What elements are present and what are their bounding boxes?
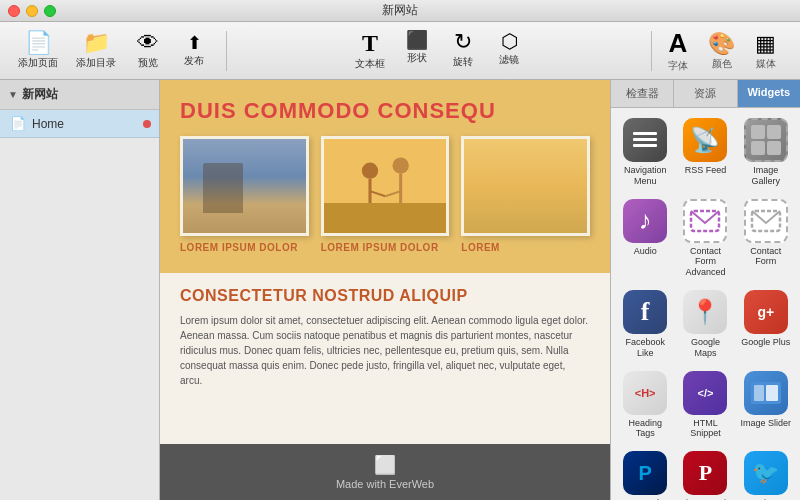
- image-slider-icon: [744, 371, 788, 415]
- tab-inspector[interactable]: 检查器: [611, 80, 674, 107]
- shapes-button[interactable]: ⬛ 形状: [395, 27, 439, 75]
- widget-audio[interactable]: ♪ Audio: [615, 193, 675, 284]
- preview-button[interactable]: 👁 预览: [126, 28, 170, 74]
- svg-rect-14: [633, 144, 657, 147]
- publish-button[interactable]: ⬆ 发布: [172, 30, 216, 72]
- rotate-button[interactable]: ↻ 旋转: [441, 27, 485, 75]
- media-label: 媒体: [756, 57, 776, 71]
- add-dir-label: 添加目录: [76, 56, 116, 70]
- widget-google-plus[interactable]: g+ Google Plus: [736, 284, 796, 365]
- svg-line-10: [390, 204, 400, 226]
- color-button[interactable]: 🎨 颜色: [702, 29, 741, 73]
- content-text: Lorem ipsum dolor sit amet, consectetuer…: [180, 313, 590, 388]
- widget-contact-form-adv[interactable]: Contact Form Advanced: [675, 193, 735, 284]
- heading-tags-icon: <H>: [623, 371, 667, 415]
- sidebar-item-home[interactable]: 📄 Home: [0, 110, 159, 138]
- font-label: 字体: [668, 59, 688, 73]
- footer-text: Made with EverWeb: [336, 478, 434, 490]
- photo-item-1: LOREM IPSUM DOLOR: [180, 136, 309, 253]
- svg-rect-22: [754, 385, 764, 401]
- widget-image-gallery[interactable]: Image Gallery: [736, 112, 796, 193]
- widget-image-slider[interactable]: Image Slider: [736, 365, 796, 446]
- tab-assets[interactable]: 资源: [674, 80, 737, 107]
- text-button[interactable]: T 文本框: [347, 27, 393, 75]
- photo-item-3: LOREM: [461, 136, 590, 253]
- audio-icon: ♪: [623, 199, 667, 243]
- sidebar: ▼ 新网站 📄 Home: [0, 80, 160, 500]
- widget-nav-menu[interactable]: Navigation Menu: [615, 112, 675, 193]
- svg-rect-0: [324, 139, 447, 233]
- page-footer: ⬜ Made with EverWeb: [160, 444, 610, 500]
- rss-feed-label: RSS Feed: [685, 165, 727, 176]
- pinterest-icon: P: [683, 451, 727, 495]
- svg-rect-16: [767, 125, 781, 139]
- widget-heading-tags[interactable]: <H> Heading Tags: [615, 365, 675, 446]
- titlebar: 新网站: [0, 0, 800, 22]
- photo-3: [464, 139, 587, 233]
- rss-feed-icon: 📡: [683, 118, 727, 162]
- facebook-like-icon: f: [623, 290, 667, 334]
- add-page-button[interactable]: 📄 添加页面: [10, 28, 66, 74]
- svg-rect-17: [751, 141, 765, 155]
- image-gallery-icon: [744, 118, 788, 162]
- hero-section: DUIS COMMODO CONSEQU LOREM IPSUM DOLOR: [160, 80, 610, 273]
- photo-caption-2: LOREM IPSUM DOLOR: [321, 242, 450, 253]
- svg-rect-15: [751, 125, 765, 139]
- publish-icon: ⬆: [187, 34, 202, 52]
- rotate-label: 旋转: [453, 55, 473, 69]
- paypal-icon: P: [623, 451, 667, 495]
- color-icon: 🎨: [708, 31, 735, 57]
- photo-frame-3: [461, 136, 590, 236]
- widget-google-maps[interactable]: 📍 Google Maps: [675, 284, 735, 365]
- shapes-label: 形状: [407, 51, 427, 65]
- widget-pinterest[interactable]: P Pinterest Pin It: [675, 445, 735, 500]
- widget-facebook-like[interactable]: f Facebook Like: [615, 284, 675, 365]
- svg-line-6: [370, 206, 380, 226]
- canvas-area[interactable]: DUIS COMMODO CONSEQU LOREM IPSUM DOLOR: [160, 80, 610, 500]
- svg-point-7: [392, 157, 408, 173]
- twitter-icon: 🐦: [744, 451, 788, 495]
- widget-html-snippet[interactable]: </> HTML Snippet: [675, 365, 735, 446]
- media-button[interactable]: ▦ 媒体: [749, 29, 782, 73]
- svg-rect-18: [767, 141, 781, 155]
- photo-2: [324, 139, 447, 233]
- sidebar-collapse-icon[interactable]: ▼: [8, 89, 18, 100]
- google-maps-icon: 📍: [683, 290, 727, 334]
- image-slider-label: Image Slider: [741, 418, 792, 429]
- minimize-button[interactable]: [26, 5, 38, 17]
- add-dir-button[interactable]: 📁 添加目录: [68, 28, 124, 74]
- hero-title: DUIS COMMODO CONSEQU: [180, 98, 590, 124]
- media-icon: ▦: [755, 31, 776, 57]
- widget-paypal[interactable]: P Paypal: [615, 445, 675, 500]
- filter-label: 滤镜: [499, 53, 519, 67]
- close-button[interactable]: [8, 5, 20, 17]
- html-snippet-label: HTML Snippet: [679, 418, 731, 440]
- svg-rect-13: [633, 138, 657, 141]
- widget-contact-form[interactable]: Contact Form: [736, 193, 796, 284]
- contact-form-label: Contact Form: [740, 246, 792, 268]
- heading-tags-label: Heading Tags: [619, 418, 671, 440]
- google-plus-label: Google Plus: [741, 337, 790, 348]
- tab-widgets[interactable]: Widgets: [738, 80, 800, 107]
- widget-twitter-follow[interactable]: 🐦 Twitter Follow Me: [736, 445, 796, 500]
- photo-caption-1: LOREM IPSUM DOLOR: [180, 242, 309, 253]
- svg-rect-12: [633, 132, 657, 135]
- preview-label: 预览: [138, 56, 158, 70]
- font-button[interactable]: A 字体: [662, 26, 694, 75]
- filter-button[interactable]: ⬡ 滤镜: [487, 27, 531, 75]
- photo-item-2: LOREM IPSUM DOLOR: [321, 136, 450, 253]
- widgets-grid: Navigation Menu 📡 RSS Feed Image Gallery…: [611, 108, 800, 500]
- window-title: 新网站: [382, 2, 418, 19]
- fullscreen-button[interactable]: [44, 5, 56, 17]
- publish-label: 发布: [184, 54, 204, 68]
- rotate-icon: ↻: [454, 31, 472, 53]
- text-icon: T: [362, 31, 378, 55]
- text-label: 文本框: [355, 57, 385, 71]
- traffic-lights: [8, 5, 56, 17]
- add-page-icon: 📄: [25, 32, 52, 54]
- widget-rss-feed[interactable]: 📡 RSS Feed: [675, 112, 735, 193]
- toolbar-left-group: 📄 添加页面 📁 添加目录 👁 预览 ⬆ 发布: [10, 28, 216, 74]
- preview-icon: 👁: [137, 32, 159, 54]
- filter-icon: ⬡: [501, 31, 518, 51]
- sidebar-item-home-label: Home: [32, 117, 64, 131]
